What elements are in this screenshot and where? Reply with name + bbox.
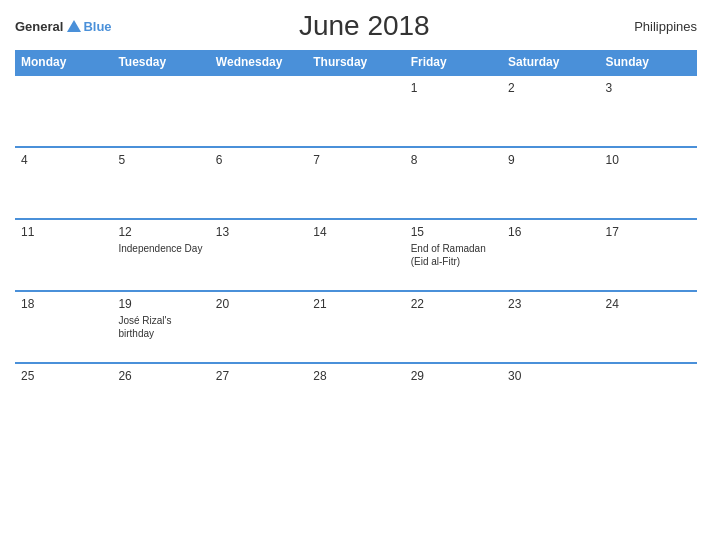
table-row: 9 [502,147,599,219]
table-row: 15End of Ramadan (Eid al-Fitr) [405,219,502,291]
table-row: 28 [307,363,404,435]
col-monday: Monday [15,50,112,75]
day-number: 13 [216,225,301,239]
day-number: 25 [21,369,106,383]
day-number: 9 [508,153,593,167]
table-row: 24 [600,291,697,363]
table-row: 17 [600,219,697,291]
table-row: 18 [15,291,112,363]
col-wednesday: Wednesday [210,50,307,75]
day-number: 20 [216,297,301,311]
logo-blue-text: Blue [83,19,111,34]
calendar-week-row: 252627282930 [15,363,697,435]
event-label: End of Ramadan (Eid al-Fitr) [411,243,486,267]
event-label: José Rizal's birthday [118,315,171,339]
table-row [112,75,209,147]
table-row: 5 [112,147,209,219]
month-title: June 2018 [112,10,617,42]
table-row: 22 [405,291,502,363]
calendar-page: General Blue June 2018 Philippines Monda… [0,0,712,550]
calendar-table: Monday Tuesday Wednesday Thursday Friday… [15,50,697,435]
day-number: 18 [21,297,106,311]
table-row [307,75,404,147]
col-sunday: Sunday [600,50,697,75]
day-number: 7 [313,153,398,167]
day-number: 3 [606,81,691,95]
logo-triangle-icon [67,20,81,32]
event-label: Independence Day [118,243,202,254]
table-row: 6 [210,147,307,219]
table-row: 3 [600,75,697,147]
table-row: 13 [210,219,307,291]
day-number: 11 [21,225,106,239]
day-number: 6 [216,153,301,167]
table-row: 1 [405,75,502,147]
table-row: 19José Rizal's birthday [112,291,209,363]
day-number: 1 [411,81,496,95]
day-number: 2 [508,81,593,95]
col-tuesday: Tuesday [112,50,209,75]
day-number: 14 [313,225,398,239]
table-row [600,363,697,435]
col-thursday: Thursday [307,50,404,75]
table-row: 7 [307,147,404,219]
table-row: 25 [15,363,112,435]
table-row: 26 [112,363,209,435]
day-number: 10 [606,153,691,167]
table-row: 16 [502,219,599,291]
calendar-week-row: 45678910 [15,147,697,219]
table-row: 12Independence Day [112,219,209,291]
calendar-week-row: 1819José Rizal's birthday2021222324 [15,291,697,363]
calendar-week-row: 123 [15,75,697,147]
day-number: 16 [508,225,593,239]
table-row: 14 [307,219,404,291]
day-number: 23 [508,297,593,311]
table-row: 2 [502,75,599,147]
country-label: Philippines [617,19,697,34]
col-saturday: Saturday [502,50,599,75]
day-number: 12 [118,225,203,239]
day-number: 8 [411,153,496,167]
table-row: 29 [405,363,502,435]
table-row [15,75,112,147]
day-number: 29 [411,369,496,383]
calendar-week-row: 1112Independence Day131415End of Ramadan… [15,219,697,291]
day-number: 21 [313,297,398,311]
table-row: 11 [15,219,112,291]
table-row: 20 [210,291,307,363]
table-row: 27 [210,363,307,435]
col-friday: Friday [405,50,502,75]
table-row: 10 [600,147,697,219]
table-row: 30 [502,363,599,435]
day-number: 27 [216,369,301,383]
header: General Blue June 2018 Philippines [15,10,697,42]
table-row: 8 [405,147,502,219]
day-number: 24 [606,297,691,311]
day-number: 5 [118,153,203,167]
day-number: 30 [508,369,593,383]
table-row: 4 [15,147,112,219]
day-number: 17 [606,225,691,239]
day-number: 26 [118,369,203,383]
logo: General Blue [15,19,112,34]
day-number: 22 [411,297,496,311]
table-row [210,75,307,147]
day-number: 19 [118,297,203,311]
table-row: 21 [307,291,404,363]
day-number: 15 [411,225,496,239]
calendar-header-row: Monday Tuesday Wednesday Thursday Friday… [15,50,697,75]
table-row: 23 [502,291,599,363]
day-number: 4 [21,153,106,167]
day-number: 28 [313,369,398,383]
logo-general-text: General [15,19,63,34]
